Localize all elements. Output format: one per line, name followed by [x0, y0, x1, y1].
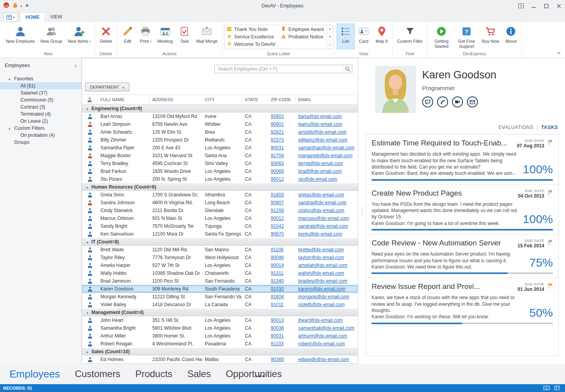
email-link[interactable]: kareng@dx-email.com — [298, 286, 345, 292]
email-link[interactable]: jheart@dx-email.com — [298, 318, 343, 323]
table-row[interactable]: Bart Arnaz 13109 Old Myford Rd Irvine CA… — [82, 113, 358, 120]
table-row[interactable]: John Heart 351 S Hill St. Los Angeles CA… — [82, 316, 358, 324]
expander-icon[interactable]: ▴ — [9, 127, 10, 130]
meeting-button[interactable]: Meeting — [155, 24, 175, 49]
search-input[interactable] — [215, 65, 343, 73]
gallery-up-icon[interactable]: ▲ — [327, 25, 333, 33]
table-row[interactable]: Morgan Kennedy 11222 Dilling St San Fern… — [82, 293, 358, 301]
zip-link[interactable]: 90013 — [271, 318, 284, 323]
flag-icon[interactable] — [548, 139, 553, 147]
zip-link[interactable]: 90014 — [271, 263, 284, 268]
email-link[interactable]: sandraj@dx-email.com — [298, 200, 346, 205]
group-row[interactable]: ▲ Engineering (Count=9) — [82, 105, 358, 113]
layout-icon[interactable] — [554, 386, 560, 391]
column-header-address[interactable]: ADDRESS — [149, 95, 202, 104]
email-link[interactable]: bradf@dx-email.com — [298, 169, 342, 174]
email-link[interactable]: stu@dx-email.com — [298, 176, 337, 182]
email-link[interactable]: marcuso@dx-email.com — [298, 216, 349, 221]
qat-dropdown-icon[interactable]: ▾ — [20, 4, 22, 8]
print-button[interactable]: Print▾ — [137, 24, 155, 49]
column-header-full-name[interactable]: FULL NAME — [98, 95, 149, 104]
group-expander-icon[interactable]: ▲ — [86, 350, 89, 353]
task-button[interactable]: Task — [175, 24, 193, 49]
zip-link[interactable]: 90265 — [271, 357, 284, 362]
email-link[interactable]: wallyh@dx-email.com — [298, 270, 344, 276]
table-row[interactable]: Samantha Piper 200 E Ave 43 Los Angeles … — [82, 144, 358, 152]
custom-filter-button[interactable]: Custom Filter — [394, 24, 425, 49]
chat-button[interactable] — [422, 96, 433, 107]
email-link[interactable]: terryb@dx-email.com — [298, 161, 343, 166]
email-link[interactable]: williamz@dx-email.com — [298, 137, 348, 143]
task-card[interactable]: Estimate Time Required to Touch-Enab... … — [366, 134, 558, 185]
sidebar-item[interactable]: ▴ On Leave (2) — [0, 118, 81, 125]
zip-link[interactable]: 91103 — [271, 341, 283, 347]
email-link[interactable]: bradleyj@dx-email.com — [298, 278, 348, 284]
get-free-support-button[interactable]: ? Get Free Support — [454, 24, 479, 49]
task-card[interactable]: Create New Product Pages DUE DATE 04 Oct… — [366, 185, 558, 235]
table-row[interactable]: Brett Wade 1120 Old Mill Rd. San Marino … — [82, 246, 358, 254]
zip-link[interactable]: 91604 — [271, 294, 284, 299]
flag-icon[interactable] — [548, 189, 553, 197]
table-row[interactable]: Violet Bailey 1418 Descanso Dr La Canada… — [82, 301, 358, 309]
new-group-button[interactable]: New Group — [38, 24, 65, 49]
table-row[interactable]: Sandra Johnson 4600 N Virginia Rd. Long … — [82, 199, 358, 207]
table-row[interactable]: Samantha Bright 5801 Wilshire Blvd. Los … — [82, 324, 358, 332]
email-link[interactable]: arthurm@dx-email.com — [298, 333, 347, 339]
table-row[interactable]: Sandy Bright 7570 McGroarty Ter Tujunga … — [82, 222, 358, 230]
email-link[interactable]: margaretb@dx-email.com — [298, 153, 352, 158]
mail-merge-button[interactable]: Mail Merge — [193, 24, 220, 49]
collapse-ribbon-icon[interactable] — [556, 49, 561, 56]
group-row[interactable]: ▲ Human Resources (Count=6) — [82, 183, 358, 191]
table-row[interactable]: Maggie Boxter 3101 W Harvard St Santa An… — [82, 152, 358, 160]
table-row[interactable]: Brad Farkus 1635 Woods Drive Los Angeles… — [82, 167, 358, 175]
email-link[interactable]: arnolds@dx-email.com — [298, 129, 346, 135]
table-row[interactable]: Karen Goodson 309 Monterey Rd South Pasa… — [82, 285, 358, 293]
email-link[interactable]: kents@dx-email.com — [298, 231, 342, 237]
nav-item[interactable]: Customers — [75, 368, 120, 379]
zip-link[interactable]: 91108 — [271, 247, 283, 252]
group-expander-icon[interactable]: ▲ — [86, 241, 89, 243]
zip-link[interactable]: 90069 — [271, 169, 284, 174]
email-link[interactable]: morgank@dx-email.com — [298, 294, 349, 299]
table-row[interactable]: Brad Jameson 1100 Pico St San Fernando C… — [82, 277, 358, 285]
nav-more-icon[interactable]: ••• — [255, 372, 266, 380]
group-by-department-chip[interactable]: DEPARTMENT ▲ — [85, 83, 129, 91]
table-row[interactable]: Terry Bradley 4595 Cochran St Simi Valle… — [82, 160, 358, 167]
table-row[interactable]: Stu Pizaro 200 N. Spring St Los Angeles … — [82, 175, 358, 183]
edit-button[interactable]: Edit — [118, 24, 137, 49]
getting-started-button[interactable]: Getting Started — [429, 24, 454, 49]
sidebar-item[interactable]: ▴ Commission (5) — [0, 96, 81, 103]
search-icon[interactable] — [343, 65, 352, 73]
table-row[interactable]: Arnie Schwartz 125 W Elm St Brea CA 9282… — [82, 128, 358, 136]
group-row[interactable]: ▲ Management (Count=4) — [82, 309, 358, 316]
group-row[interactable]: ▲ Sales (Count=10) — [82, 348, 358, 356]
quick-letter-probation-notice[interactable]: Probation Notice — [281, 33, 324, 40]
sidebar-collapse-icon[interactable]: ‹ — [75, 62, 77, 69]
email-link[interactable]: leahs@dx-email.com — [298, 122, 342, 127]
zip-link[interactable]: 91803 — [271, 192, 284, 198]
email-link[interactable]: gretas@dx-email.com — [298, 192, 344, 198]
zip-link[interactable]: 91208 — [271, 208, 284, 213]
sidebar-item[interactable]: ▴ Favorites — [0, 75, 81, 82]
tab-home[interactable]: HOME — [20, 12, 45, 22]
card-view-button[interactable]: Card — [355, 24, 373, 49]
zip-link[interactable]: 90012 — [271, 176, 284, 182]
email-link[interactable]: taylorr@dx-email.com — [298, 255, 344, 260]
task-card[interactable]: Code Review - New Automation Server DUE … — [366, 234, 558, 278]
map-it-button[interactable]: Map It — [373, 24, 391, 49]
quick-letter-employee-award[interactable]: Employee Award — [281, 26, 324, 33]
zip-link[interactable]: 91030 — [271, 286, 284, 292]
email-link[interactable]: robertr@dx-email.com — [298, 341, 345, 347]
zip-link[interactable]: 92821 — [271, 129, 284, 135]
zip-link[interactable]: 90046 — [271, 255, 284, 260]
email-link[interactable]: cindys@dx-email.com — [298, 208, 344, 213]
phone-button[interactable] — [437, 96, 448, 107]
zip-link[interactable]: 91042 — [271, 223, 284, 229]
maximize-button[interactable] — [540, 0, 552, 12]
table-row[interactable]: Cindy Stanwick 2211 Bonita Dr. Glendale … — [82, 207, 358, 214]
tab-view[interactable]: VIEW — [45, 12, 67, 22]
zip-link[interactable]: 90807 — [271, 200, 284, 205]
email-link[interactable]: ameliah@dx-email.com — [298, 263, 348, 268]
sidebar-item[interactable]: ▴ On probation (4) — [0, 132, 81, 139]
tab-tasks[interactable]: TASKS — [541, 125, 558, 130]
